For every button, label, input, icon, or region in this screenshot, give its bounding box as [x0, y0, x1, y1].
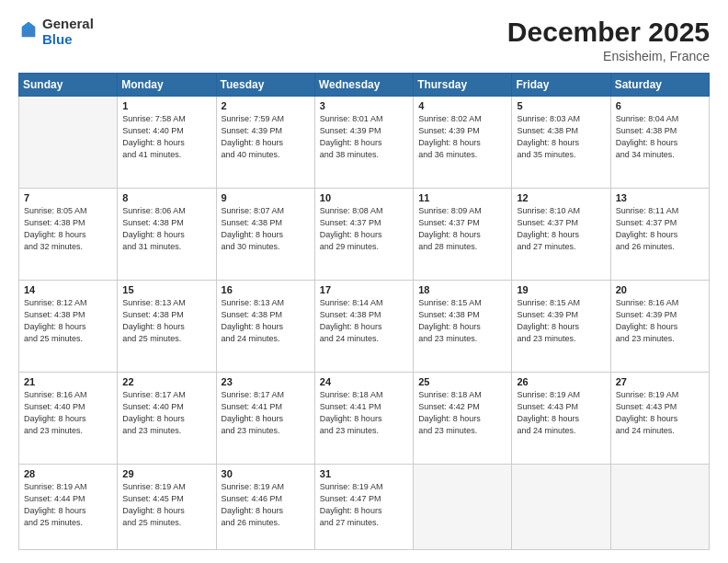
- daylight-text: Daylight: 8 hours: [418, 138, 481, 147]
- day-number: 15: [122, 284, 210, 295]
- logo-general-text: General: [42, 17, 94, 32]
- day-number: 28: [24, 468, 112, 479]
- sunset-text: Sunset: 4:37 PM: [418, 218, 480, 227]
- header-thursday: Thursday: [414, 74, 512, 97]
- day-number: 12: [517, 192, 605, 203]
- day-info: Sunrise: 8:08 AMSunset: 4:37 PMDaylight:…: [320, 205, 408, 253]
- daylight-text-cont: and 41 minutes.: [122, 150, 181, 159]
- sunset-text: Sunset: 4:40 PM: [122, 402, 184, 411]
- daylight-text: Daylight: 8 hours: [122, 506, 185, 515]
- sunrise-text: Sunrise: 8:07 AM: [222, 206, 285, 215]
- day-number: 6: [616, 100, 704, 111]
- day-info: Sunrise: 8:19 AMSunset: 4:46 PMDaylight:…: [222, 481, 310, 529]
- day-number: 16: [222, 284, 310, 295]
- daylight-text: Daylight: 8 hours: [122, 230, 185, 239]
- daylight-text-cont: and 23 minutes.: [320, 426, 379, 435]
- logo-text: General Blue: [42, 17, 94, 47]
- daylight-text-cont: and 27 minutes.: [517, 242, 575, 251]
- daylight-text: Daylight: 8 hours: [122, 138, 185, 147]
- daylight-text: Daylight: 8 hours: [418, 230, 481, 239]
- day-info: Sunrise: 8:19 AMSunset: 4:47 PMDaylight:…: [320, 481, 408, 529]
- table-row: 9Sunrise: 8:07 AMSunset: 4:38 PMDaylight…: [216, 188, 314, 280]
- daylight-text-cont: and 25 minutes.: [24, 518, 83, 527]
- sunset-text: Sunset: 4:38 PM: [418, 310, 480, 319]
- calendar-week-row: 14Sunrise: 8:12 AMSunset: 4:38 PMDayligh…: [19, 280, 710, 372]
- daylight-text: Daylight: 8 hours: [616, 414, 678, 423]
- daylight-text-cont: and 28 minutes.: [418, 242, 477, 251]
- daylight-text-cont: and 23 minutes.: [222, 426, 280, 435]
- sunrise-text: Sunrise: 8:15 AM: [418, 298, 482, 307]
- month-title: December 2025: [507, 17, 710, 47]
- calendar-week-row: 7Sunrise: 8:05 AMSunset: 4:38 PMDaylight…: [19, 188, 710, 280]
- table-row: [414, 464, 512, 549]
- day-number: 17: [320, 284, 408, 295]
- sunrise-text: Sunrise: 8:17 AM: [122, 390, 186, 399]
- sunset-text: Sunset: 4:42 PM: [418, 402, 480, 411]
- table-row: 10Sunrise: 8:08 AMSunset: 4:37 PMDayligh…: [314, 188, 413, 280]
- day-info: Sunrise: 8:17 AMSunset: 4:40 PMDaylight:…: [122, 389, 210, 437]
- table-row: 28Sunrise: 8:19 AMSunset: 4:44 PMDayligh…: [19, 464, 118, 549]
- daylight-text: Daylight: 8 hours: [418, 322, 481, 331]
- sunrise-text: Sunrise: 8:03 AM: [517, 114, 580, 123]
- day-number: 31: [320, 468, 408, 479]
- day-info: Sunrise: 8:19 AMSunset: 4:44 PMDaylight:…: [24, 481, 112, 529]
- sunrise-text: Sunrise: 8:16 AM: [616, 298, 679, 307]
- day-number: 10: [320, 192, 408, 203]
- daylight-text: Daylight: 8 hours: [517, 230, 579, 239]
- sunrise-text: Sunrise: 8:05 AM: [24, 206, 87, 215]
- sunset-text: Sunset: 4:40 PM: [24, 402, 85, 411]
- day-info: Sunrise: 8:17 AMSunset: 4:41 PMDaylight:…: [222, 389, 310, 437]
- sunrise-text: Sunrise: 8:08 AM: [320, 206, 383, 215]
- table-row: 18Sunrise: 8:15 AMSunset: 4:38 PMDayligh…: [414, 280, 512, 372]
- day-info: Sunrise: 8:15 AMSunset: 4:39 PMDaylight:…: [517, 297, 605, 345]
- calendar-week-row: 21Sunrise: 8:16 AMSunset: 4:40 PMDayligh…: [19, 372, 710, 464]
- day-info: Sunrise: 8:18 AMSunset: 4:42 PMDaylight:…: [418, 389, 506, 437]
- daylight-text-cont: and 35 minutes.: [517, 150, 575, 159]
- table-row: 7Sunrise: 8:05 AMSunset: 4:38 PMDaylight…: [19, 188, 118, 280]
- table-row: 4Sunrise: 8:02 AMSunset: 4:39 PMDaylight…: [414, 97, 512, 189]
- daylight-text: Daylight: 8 hours: [122, 322, 185, 331]
- sunset-text: Sunset: 4:39 PM: [320, 126, 381, 135]
- daylight-text-cont: and 32 minutes.: [24, 242, 83, 251]
- daylight-text: Daylight: 8 hours: [222, 138, 284, 147]
- title-section: December 2025 Ensisheim, France: [507, 17, 710, 63]
- day-info: Sunrise: 8:07 AMSunset: 4:38 PMDaylight:…: [222, 205, 310, 253]
- day-number: 24: [320, 376, 408, 387]
- daylight-text: Daylight: 8 hours: [517, 322, 579, 331]
- daylight-text: Daylight: 8 hours: [222, 230, 284, 239]
- daylight-text-cont: and 23 minutes.: [517, 334, 575, 343]
- daylight-text-cont: and 24 minutes.: [517, 426, 575, 435]
- table-row: 16Sunrise: 8:13 AMSunset: 4:38 PMDayligh…: [216, 280, 314, 372]
- daylight-text: Daylight: 8 hours: [24, 414, 86, 423]
- day-info: Sunrise: 8:05 AMSunset: 4:38 PMDaylight:…: [24, 205, 112, 253]
- sunset-text: Sunset: 4:39 PM: [517, 310, 578, 319]
- header-wednesday: Wednesday: [314, 74, 413, 97]
- sunrise-text: Sunrise: 8:18 AM: [418, 390, 482, 399]
- day-info: Sunrise: 8:01 AMSunset: 4:39 PMDaylight:…: [320, 113, 408, 161]
- daylight-text-cont: and 23 minutes.: [418, 334, 477, 343]
- table-row: 23Sunrise: 8:17 AMSunset: 4:41 PMDayligh…: [216, 372, 314, 464]
- daylight-text-cont: and 31 minutes.: [122, 242, 181, 251]
- sunset-text: Sunset: 4:39 PM: [222, 126, 283, 135]
- calendar-week-row: 1Sunrise: 7:58 AMSunset: 4:40 PMDaylight…: [19, 97, 710, 189]
- table-row: 8Sunrise: 8:06 AMSunset: 4:38 PMDaylight…: [118, 188, 216, 280]
- day-info: Sunrise: 8:03 AMSunset: 4:38 PMDaylight:…: [517, 113, 605, 161]
- day-info: Sunrise: 8:10 AMSunset: 4:37 PMDaylight:…: [517, 205, 605, 253]
- sunset-text: Sunset: 4:38 PM: [517, 126, 578, 135]
- daylight-text-cont: and 30 minutes.: [222, 242, 280, 251]
- daylight-text-cont: and 34 minutes.: [616, 150, 675, 159]
- sunrise-text: Sunrise: 8:19 AM: [222, 482, 285, 491]
- logo-icon: [18, 20, 39, 40]
- daylight-text-cont: and 23 minutes.: [616, 334, 675, 343]
- day-info: Sunrise: 7:59 AMSunset: 4:39 PMDaylight:…: [222, 113, 310, 161]
- sunrise-text: Sunrise: 8:18 AM: [320, 390, 383, 399]
- day-number: 2: [222, 100, 310, 111]
- daylight-text-cont: and 29 minutes.: [320, 242, 379, 251]
- day-info: Sunrise: 8:13 AMSunset: 4:38 PMDaylight:…: [222, 297, 310, 345]
- daylight-text-cont: and 26 minutes.: [222, 518, 280, 527]
- day-info: Sunrise: 8:16 AMSunset: 4:39 PMDaylight:…: [616, 297, 704, 345]
- logo: General Blue: [18, 17, 94, 47]
- daylight-text-cont: and 25 minutes.: [122, 334, 181, 343]
- day-number: 14: [24, 284, 112, 295]
- sunset-text: Sunset: 4:37 PM: [517, 218, 578, 227]
